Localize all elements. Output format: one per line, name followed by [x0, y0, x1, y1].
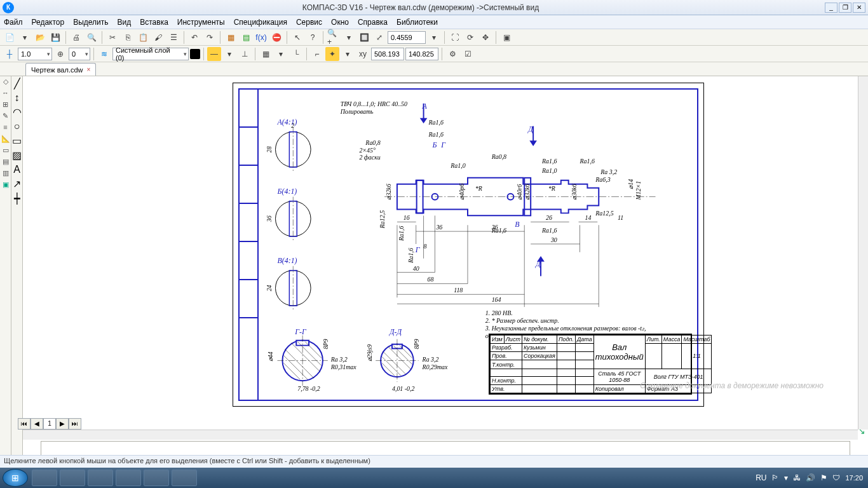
ucs-icon[interactable]: ⊕	[53, 47, 67, 61]
cut-button[interactable]: ✂	[105, 30, 119, 44]
scale-dropdown[interactable]: 1.0	[18, 48, 52, 60]
text-icon[interactable]: A	[13, 164, 20, 175]
close-tab-icon[interactable]: ×	[87, 66, 91, 73]
zoom-dyn-icon[interactable]: ⤢	[372, 30, 386, 44]
preview-button[interactable]: 🔍	[85, 30, 98, 44]
task-item-3[interactable]	[88, 470, 113, 486]
tray-action-icon[interactable]: ⚑	[820, 473, 827, 482]
ortho-icon[interactable]: ⊥	[238, 47, 252, 61]
print-button[interactable]: 🖨	[69, 30, 83, 44]
zoom-apply-icon[interactable]: ▾	[427, 30, 441, 44]
grid-icon[interactable]: ▦	[259, 47, 273, 61]
start-button[interactable]: ⊞	[3, 469, 28, 487]
arc-icon[interactable]: ◠	[13, 106, 22, 118]
page-first[interactable]: ⏮	[18, 418, 31, 430]
snap-icon[interactable]: └	[289, 47, 303, 61]
tray-net-icon[interactable]: 🖧	[793, 473, 801, 482]
fit-icon[interactable]: ⛶	[448, 30, 462, 44]
grid-drop-icon[interactable]: ▾	[274, 47, 288, 61]
new-dropdown-icon[interactable]: ▾	[18, 30, 32, 44]
task-item-4[interactable]	[116, 470, 141, 486]
horizontal-scrollbar[interactable]	[23, 430, 858, 440]
zoom-in-icon[interactable]: 🔍+	[327, 30, 341, 44]
linestyle-drop-icon[interactable]: ▾	[222, 47, 236, 61]
render-icon[interactable]: ▣	[499, 30, 513, 44]
menu-help[interactable]: Справка	[358, 18, 388, 27]
paste-button[interactable]: 📋	[136, 30, 150, 44]
param-panel-icon[interactable]: ≡	[1, 123, 10, 132]
open-button[interactable]: 📂	[33, 30, 47, 44]
minimize-button[interactable]: _	[825, 3, 837, 13]
page-prev[interactable]: ◀	[31, 418, 43, 430]
layer-dropdown[interactable]: Системный слой (0)	[112, 48, 189, 60]
undo-button[interactable]: ↶	[187, 30, 201, 44]
circle-icon[interactable]: ○	[14, 121, 20, 132]
copy-button[interactable]: ⎘	[121, 30, 135, 44]
insert-icon[interactable]: ▣	[1, 180, 10, 189]
menu-file[interactable]: Файл	[4, 18, 23, 27]
round-icon[interactable]: ⌐	[310, 47, 324, 61]
menu-tools[interactable]: Инструменты	[177, 18, 225, 27]
snap2-drop-icon[interactable]: ▾	[341, 47, 355, 61]
redo-button[interactable]: ↷	[203, 30, 217, 44]
menu-edit[interactable]: Редактор	[32, 18, 65, 27]
page-next[interactable]: ▶	[56, 418, 69, 430]
task-item-1[interactable]	[32, 470, 57, 486]
edit-icon[interactable]: ✎	[1, 112, 10, 121]
design-icon[interactable]: ⊞	[1, 100, 10, 109]
line-icon[interactable]: ╱	[14, 78, 20, 90]
coord-y-field[interactable]	[405, 48, 438, 60]
save-button[interactable]: 💾	[48, 30, 62, 44]
properties-icon[interactable]: ☰	[166, 30, 180, 44]
step-dropdown[interactable]: 0	[69, 48, 90, 60]
tray-shield-icon[interactable]: 🛡	[832, 473, 840, 482]
leader-icon[interactable]: ↗	[13, 178, 21, 190]
spec-icon[interactable]: ▤	[239, 30, 253, 44]
new-button[interactable]: 📄	[3, 30, 17, 44]
coord-x-field[interactable]	[371, 48, 404, 60]
hatch-icon[interactable]: ▨	[12, 149, 22, 161]
origin-icon[interactable]: ┼	[3, 47, 17, 61]
menu-service[interactable]: Сервис	[296, 18, 322, 27]
tray-lang[interactable]: RU	[756, 473, 766, 482]
task-item-5[interactable]	[144, 470, 169, 486]
menu-insert[interactable]: Вставка	[140, 18, 168, 27]
zoom-dropdown-icon[interactable]: ▾	[342, 30, 356, 44]
dim-icon[interactable]: ↔	[1, 89, 10, 98]
drawing-canvas[interactable]: 16 36 36 40 68 118 164 26 30 14 11 8 ⌀32…	[23, 76, 868, 438]
measure-icon[interactable]: 📐	[1, 135, 10, 144]
tray-time[interactable]: 17:20	[845, 474, 863, 482]
tray-vol-icon[interactable]: 🔊	[806, 473, 815, 482]
menu-libs[interactable]: Библиотеки	[397, 18, 438, 27]
param2-icon[interactable]: ☑	[461, 47, 475, 61]
help-icon[interactable]: ?	[306, 30, 320, 44]
geom-icon[interactable]: ◇	[1, 78, 10, 86]
menu-window[interactable]: Окно	[331, 18, 349, 27]
linestyle1-icon[interactable]: —	[207, 47, 221, 61]
zoom-window-icon[interactable]: 🔲	[357, 30, 371, 44]
spec-panel-icon[interactable]: ▤	[1, 158, 10, 166]
rect-icon[interactable]: ▭	[12, 135, 22, 147]
axis-icon[interactable]: ┿	[14, 193, 20, 205]
stop-icon[interactable]: ⛔	[269, 30, 283, 44]
select-icon[interactable]: ▭	[1, 146, 10, 155]
menu-select[interactable]: Выделить	[73, 18, 108, 27]
tray-flag-icon[interactable]: 🏳	[771, 473, 779, 482]
brush-icon[interactable]: 🖌	[151, 30, 165, 44]
fx-icon[interactable]: f(x)	[254, 30, 268, 44]
document-tab[interactable]: Чертеж вал.cdw ×	[25, 63, 96, 76]
xy-icon[interactable]: xy	[356, 47, 370, 61]
dim2-icon[interactable]: ↕	[15, 92, 20, 104]
snap2-icon[interactable]: ✦	[325, 47, 339, 61]
report-icon[interactable]: ▥	[1, 169, 10, 178]
menu-view[interactable]: Вид	[118, 18, 132, 27]
manager-icon[interactable]: ▦	[224, 30, 238, 44]
layer-icon[interactable]: ≋	[97, 47, 111, 61]
tray-safe-icon[interactable]: ▾	[784, 473, 788, 482]
refresh-icon[interactable]: ⟳	[463, 30, 477, 44]
page-current[interactable]: 1	[43, 418, 56, 430]
page-last[interactable]: ⏭	[69, 418, 81, 430]
vertical-scrollbar[interactable]	[858, 76, 868, 430]
pan-icon[interactable]: ✥	[478, 30, 492, 44]
layer-color-icon[interactable]	[190, 49, 200, 59]
